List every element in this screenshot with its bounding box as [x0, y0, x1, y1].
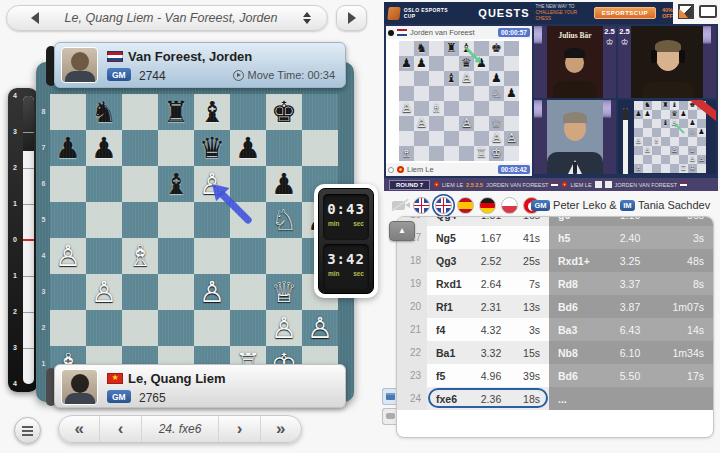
white-move[interactable]: Qg3 [427, 255, 471, 267]
white-move[interactable]: Ng5 [427, 232, 471, 244]
game-spinner[interactable] [303, 12, 311, 24]
square-d6[interactable] [158, 166, 194, 202]
black-move[interactable]: ... [549, 393, 601, 405]
move-number[interactable]: 20 [397, 295, 427, 318]
square-e6[interactable] [194, 166, 230, 202]
layout-split-icon[interactable] [678, 4, 694, 19]
square-a2[interactable] [50, 310, 86, 346]
previous-game-icon[interactable] [31, 12, 39, 24]
move-row-23[interactable]: 23f54.9639sBd65.5017s [397, 364, 713, 387]
white-eval[interactable]: 1.67 [471, 232, 511, 244]
player-card-bottom[interactable]: Le, Quang Liem GM 2765 [54, 364, 346, 408]
black-time[interactable]: 48s [659, 255, 713, 267]
square-g3[interactable] [266, 274, 302, 310]
square-e3[interactable] [194, 274, 230, 310]
black-half[interactable]: Nb86.101m34s [549, 341, 713, 364]
square-b6[interactable] [86, 166, 122, 202]
white-time[interactable]: 18s [511, 393, 549, 405]
black-eval[interactable]: 6.10 [601, 347, 659, 359]
square-f6[interactable] [230, 166, 266, 202]
white-eval[interactable]: 2.52 [471, 255, 511, 267]
black-move[interactable]: Ba3 [549, 324, 601, 336]
square-f2[interactable] [230, 310, 266, 346]
player-card-top[interactable]: Van Foreest, Jorden GM 2744 Move Time: 0… [54, 42, 346, 88]
move-row-19[interactable]: 19Rxd12.647sRd83.378s [397, 272, 713, 295]
square-b2[interactable] [86, 310, 122, 346]
language-flag-es[interactable] [457, 197, 474, 214]
white-eval[interactable]: 4.96 [471, 370, 511, 382]
square-d5[interactable] [158, 202, 194, 238]
square-c2[interactable] [122, 310, 158, 346]
white-move[interactable]: f4 [427, 324, 471, 336]
esportscup-button[interactable]: ESPORTSCUP [594, 7, 656, 19]
square-g4[interactable] [266, 238, 302, 274]
black-move[interactable]: Bd6 [549, 301, 601, 313]
black-half[interactable]: Bd63.871m07s [549, 295, 713, 318]
white-time[interactable]: 15s [511, 347, 549, 359]
square-e8[interactable] [194, 94, 230, 130]
square-c4[interactable] [122, 238, 158, 274]
black-eval[interactable]: 5.50 [601, 370, 659, 382]
black-half[interactable]: Rd83.378s [549, 272, 713, 295]
square-h7[interactable] [302, 130, 338, 166]
scroll-up-button[interactable]: ▲ [389, 221, 415, 241]
square-c8[interactable] [122, 94, 158, 130]
white-time[interactable]: 7s [511, 278, 549, 290]
white-move[interactable]: Rxd1 [427, 278, 471, 290]
move-table[interactable]: 16Qg41.5116sg61.1036s17Ng51.6741sh52.403… [396, 216, 714, 438]
square-b3[interactable] [86, 274, 122, 310]
black-time[interactable]: 3s [659, 232, 713, 244]
black-time[interactable]: 1m07s [659, 301, 713, 313]
white-time[interactable]: 13s [511, 301, 549, 313]
video-off-icon[interactable] [392, 201, 405, 210]
move-number[interactable]: 22 [397, 341, 427, 364]
square-e5[interactable] [194, 202, 230, 238]
menu-button[interactable] [14, 417, 41, 444]
square-f7[interactable] [230, 130, 266, 166]
white-eval[interactable]: 2.31 [471, 301, 511, 313]
black-half[interactable]: Bd65.5017s [549, 364, 713, 387]
square-a7[interactable] [50, 130, 86, 166]
square-e7[interactable] [194, 130, 230, 166]
white-time[interactable]: 3s [511, 324, 549, 336]
move-number[interactable]: 19 [397, 272, 427, 295]
square-b4[interactable] [86, 238, 122, 274]
language-flag-pl[interactable] [501, 197, 518, 214]
move-row-21[interactable]: 21f44.323sBa36.4314s [397, 318, 713, 341]
square-b5[interactable] [86, 202, 122, 238]
square-b8[interactable] [86, 94, 122, 130]
square-f8[interactable] [230, 94, 266, 130]
black-half[interactable]: ... [549, 387, 713, 410]
white-eval[interactable]: 4.32 [471, 324, 511, 336]
black-eval[interactable]: 3.25 [601, 255, 659, 267]
white-move[interactable]: Qg4 [427, 216, 471, 221]
move-number[interactable]: 18 [397, 249, 427, 272]
square-f5[interactable] [230, 202, 266, 238]
square-a5[interactable] [50, 202, 86, 238]
white-time[interactable]: 41s [511, 232, 549, 244]
square-d8[interactable] [158, 94, 194, 130]
next-game-button[interactable] [336, 5, 367, 31]
language-flag-de[interactable] [479, 197, 496, 214]
black-half[interactable]: g61.1036s [549, 216, 713, 226]
white-move[interactable]: Rf1 [427, 301, 471, 313]
white-move[interactable]: fxe6 [427, 393, 471, 405]
square-d2[interactable] [158, 310, 194, 346]
language-flag-uk[interactable] [435, 197, 452, 214]
square-g6[interactable] [266, 166, 302, 202]
black-eval[interactable]: 1.10 [601, 216, 659, 221]
square-b7[interactable] [86, 130, 122, 166]
white-move[interactable]: f5 [427, 370, 471, 382]
square-a4[interactable] [50, 238, 86, 274]
square-d4[interactable] [158, 238, 194, 274]
square-c3[interactable] [122, 274, 158, 310]
move-row-17[interactable]: 17Ng51.6741sh52.403s [397, 226, 713, 249]
black-time[interactable]: 8s [659, 278, 713, 290]
move-number[interactable]: 21 [397, 318, 427, 341]
white-time[interactable]: 25s [511, 255, 549, 267]
move-number[interactable]: 24 [397, 387, 427, 410]
black-half[interactable]: Rxd1+3.2548s [549, 249, 713, 272]
move-number[interactable]: 23 [397, 364, 427, 387]
square-d3[interactable] [158, 274, 194, 310]
square-e4[interactable] [194, 238, 230, 274]
